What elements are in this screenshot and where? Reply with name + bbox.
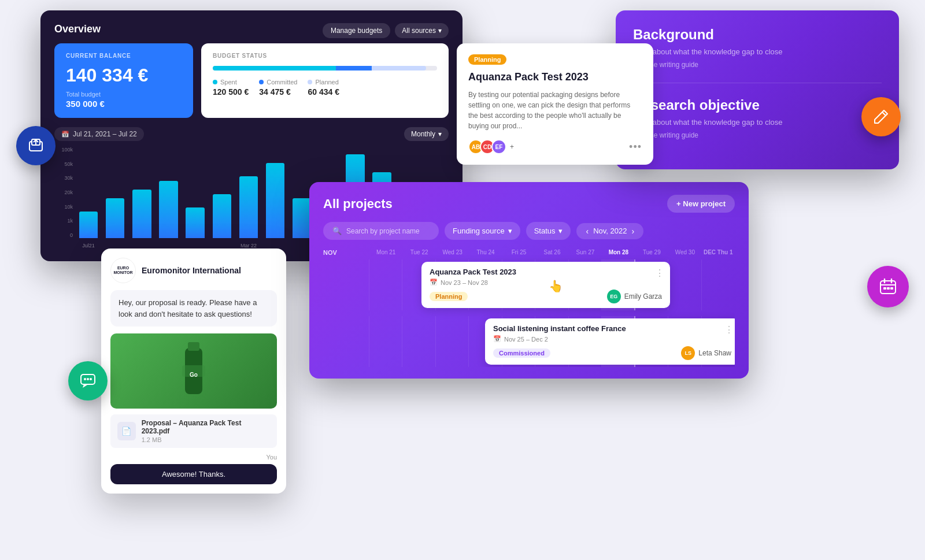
project2-dates: 📅 Nov 25 – Dec 2 — [493, 335, 731, 343]
project1-assignee: EG Emily Garza — [607, 290, 662, 303]
chevron-down-icon: ▾ — [438, 27, 442, 35]
manage-budgets-button[interactable]: Manage budgets — [323, 23, 390, 38]
chat-file-attachment: 📄 Proposal – Aquanza Pack Test 2023.pdf … — [110, 414, 277, 448]
gantt-header: NOV Mon 21 Tue 22 Wed 23 Thu 24 Fri 25 S… — [323, 249, 735, 256]
chat-image: Go — [110, 333, 277, 409]
search-icon: 🔍 — [332, 227, 342, 235]
svg-rect-15 — [883, 287, 886, 290]
next-month-button[interactable]: › — [629, 227, 637, 236]
edit-floating-icon[interactable] — [861, 97, 901, 136]
calendar-icon-p2: 📅 — [493, 335, 501, 343]
research-desc: Write about what the knowledge gap to cl… — [633, 118, 882, 127]
planned-label: Planned — [315, 79, 338, 86]
all-sources-label: All sources — [402, 27, 436, 35]
file-info: Proposal – Aquanza Pack Test 2023.pdf 1.… — [142, 419, 270, 443]
project-card-1: Aquanza Pack Test 2023 📅 Nov 23 – Nov 28… — [421, 262, 670, 308]
status-label: Status — [534, 227, 556, 235]
planned-value: 60 434 € — [308, 87, 339, 97]
chevron-down-icon-chart: ▾ — [438, 130, 442, 138]
spent-dot — [213, 80, 217, 84]
bar-2 — [132, 190, 151, 238]
day-wed23: Wed 23 — [436, 249, 469, 256]
search-placeholder: Search by project name — [346, 227, 420, 235]
date-range: 📅 Jul 21, 2021 – Jul 22 — [54, 127, 144, 141]
avatar-group: AB CD EF + — [468, 139, 514, 154]
spent-value: 120 500 € — [213, 87, 249, 97]
y-axis: 100k 50k 30k 20k 10k 1k 0 — [54, 147, 73, 238]
committed-bar — [336, 66, 372, 71]
total-budget-label: Total budget — [66, 91, 182, 98]
chat-icon — [79, 372, 97, 390]
bar-3 — [159, 181, 177, 238]
period-dropdown[interactable]: Monthly ▾ — [404, 127, 449, 141]
writing-guide-2[interactable]: 📖 Use writing guide — [633, 131, 882, 139]
project1-status: Planning — [430, 292, 468, 301]
new-project-button[interactable]: + New project — [667, 195, 735, 213]
project2-avatar: LS — [681, 346, 695, 360]
project2-title: Social listening instant coffee France — [493, 324, 731, 333]
you-label: You — [101, 454, 286, 461]
prev-month-button[interactable]: ‹ — [583, 227, 591, 236]
edit-icon — [872, 108, 890, 125]
bar-group-3 — [155, 181, 182, 238]
search-input[interactable]: 🔍 Search by project name — [323, 222, 439, 240]
svg-point-9 — [87, 378, 89, 380]
project2-status: Commissioned — [493, 348, 550, 358]
upload-floating-icon[interactable] — [16, 126, 56, 165]
avatar-3: EF — [491, 139, 506, 154]
funding-source-filter[interactable]: Funding source ▾ — [445, 222, 520, 240]
day-wed30: Wed 30 — [668, 249, 701, 256]
total-budget-amount: 350 000 € — [66, 99, 182, 109]
svg-rect-1 — [188, 342, 199, 351]
status-filter[interactable]: Status ▾ — [526, 222, 571, 240]
calendar-icon-small: 📅 — [61, 131, 69, 138]
all-sources-button[interactable]: All sources ▾ — [395, 23, 449, 38]
funding-source-label: Funding source — [453, 227, 505, 235]
gantt-row-1: Aquanza Pack Test 2023 📅 Nov 23 – Nov 28… — [323, 259, 735, 310]
svg-text:Go: Go — [190, 372, 198, 378]
budget-legend: Spent 120 500 € Committed 34 475 € Plann… — [213, 79, 437, 97]
more-options-button[interactable]: ••• — [629, 141, 642, 153]
project1-assignee-name: Emily Garza — [624, 292, 662, 301]
date-range-label: Jul 21, 2021 – Jul 22 — [73, 130, 137, 138]
background-desc: Write about what the knowledge gap to cl… — [633, 47, 882, 56]
day-sun27: Sun 27 — [569, 249, 602, 256]
day-tue29: Tue 29 — [635, 249, 668, 256]
project1-more-button[interactable]: ⋮ — [655, 268, 664, 279]
bg-divider — [633, 83, 882, 83]
day-sat26: Sat 26 — [535, 249, 568, 256]
svg-point-10 — [90, 378, 92, 380]
calendar-floating-icon[interactable] — [867, 266, 909, 307]
calendar-icon — [879, 277, 897, 296]
chat-reply: Awesome! Thanks. — [110, 464, 277, 484]
bar-group-0: Jul21 — [75, 212, 102, 238]
project2-more-button[interactable]: ⋮ — [724, 324, 734, 335]
planning-badge: Planning — [468, 54, 506, 65]
company-name: Euromonitor International — [142, 266, 241, 275]
svg-point-8 — [84, 378, 86, 380]
projects-title: All projects — [323, 196, 393, 212]
day-tue22: Tue 22 — [402, 249, 435, 256]
writing-guide-1[interactable]: 📖 Use writing guide — [633, 61, 882, 69]
budget-status-box: BUDGET STATUS Spent 120 500 € Co — [201, 43, 449, 118]
chat-floating-icon[interactable] — [68, 361, 108, 400]
chat-message: Hey, our proposal is ready. Please have … — [110, 290, 277, 327]
current-month: Nov, 2022 — [593, 227, 627, 235]
file-name: Proposal – Aquanza Pack Test 2023.pdf — [142, 419, 270, 435]
dec-thu1: DEC Thu 1 — [702, 249, 735, 256]
research-title: Research objective — [633, 97, 882, 113]
committed-value: 34 475 € — [259, 87, 297, 97]
planned-dot — [308, 80, 312, 84]
chart-header: 📅 Jul 21, 2021 – Jul 22 Monthly ▾ — [54, 127, 449, 141]
bar-7 — [266, 163, 284, 238]
projects-card: All projects + New project 🔍 Search by p… — [309, 182, 749, 379]
legend-spent: Spent 120 500 € — [213, 79, 249, 97]
balance-label: CURRENT BALANCE — [66, 53, 182, 59]
bar-label-0: Jul21 — [82, 243, 95, 249]
file-size: 1.2 MB — [142, 436, 270, 443]
file-icon: 📄 — [117, 422, 136, 440]
month-navigator[interactable]: ‹ Nov, 2022 › — [576, 223, 643, 239]
legend-committed: Committed 34 475 € — [259, 79, 297, 97]
bar-6 — [239, 176, 258, 238]
day-thu24: Thu 24 — [469, 249, 502, 256]
